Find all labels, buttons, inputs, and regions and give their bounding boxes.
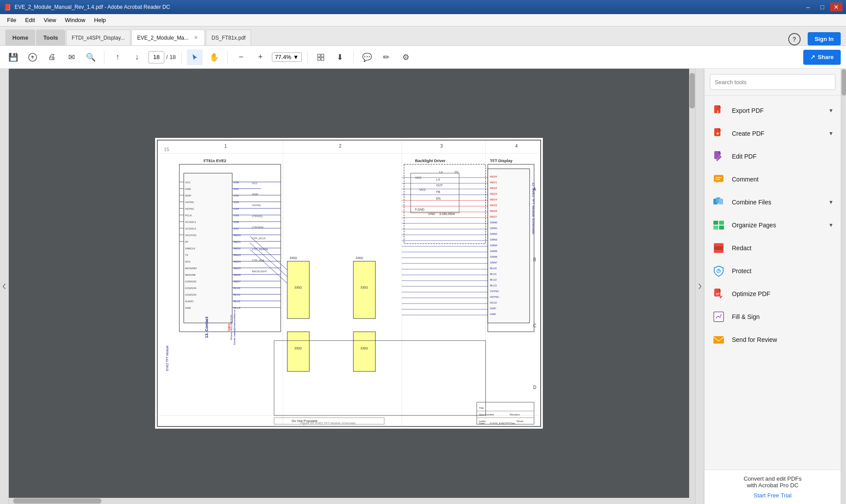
restore-button[interactable]: □ [816, 3, 828, 11]
sign-in-button[interactable]: Sign In [808, 32, 841, 45]
help-button[interactable]: ? [788, 33, 801, 45]
upload-button[interactable] [25, 49, 41, 65]
tool-item-organize-pages[interactable]: Organize Pages ▼ [705, 214, 841, 237]
tool-item-edit-pdf[interactable]: Edit PDF [705, 145, 841, 168]
svg-text:LX: LX [436, 178, 440, 181]
tab-doc3[interactable]: DS_FT81x.pdf [206, 30, 251, 45]
svg-text:RED3: RED3 [234, 254, 241, 256]
tool-item-send-review[interactable]: Send for Review [705, 328, 841, 351]
svg-text:BLU2: BLU2 [234, 300, 241, 303]
tool-item-comment[interactable]: Comment [705, 168, 841, 191]
download-button[interactable]: ⬇ [332, 49, 348, 65]
zoom-selector[interactable]: 77.4% ▼ [272, 52, 302, 62]
convert-text: Convert and edit PDFs with Acrobat Pro D… [712, 475, 834, 489]
cursor-tool-button[interactable] [187, 49, 203, 65]
menu-file[interactable]: File [4, 15, 20, 25]
tab-doc2-close[interactable]: ✕ [192, 34, 199, 41]
page-num-label: 15 [164, 147, 169, 152]
tool-item-redact[interactable]: Redact [705, 237, 841, 259]
find-button[interactable]: 🔍 [83, 49, 99, 65]
svg-text:GRN0: GRN0 [490, 221, 497, 224]
tab-doc1[interactable]: FTDI_x4SPI_Display... [66, 30, 130, 45]
annotate-button[interactable]: 💬 [359, 49, 375, 65]
tab-tools[interactable]: Tools [36, 30, 65, 45]
svg-text:VOUTIV2: VOUTIV2 [185, 234, 197, 237]
menu-bar: File Edit View Window Help [0, 14, 846, 26]
pdf-content[interactable]: 15 1 2 3 4 A B C D [9, 69, 689, 498]
svg-text:CTP/SCL: CTP/SCL [252, 215, 263, 218]
pdf-horizontal-scrollbar[interactable] [9, 498, 695, 504]
menu-view[interactable]: View [40, 15, 59, 25]
tool-item-export-pdf[interactable]: Export PDF ▼ [705, 99, 841, 122]
pdf-hscroll-thumb[interactable] [13, 498, 101, 504]
svg-text:330Ω: 330Ω [294, 347, 302, 350]
tool-item-optimize-pdf[interactable]: Optimize PDF [705, 282, 841, 305]
start-trial-link[interactable]: Start Free Trial [712, 492, 834, 499]
svg-text:CTP_SCLK: CTP_SCLK [252, 237, 266, 240]
svg-text:330Ω: 330Ω [294, 286, 302, 289]
search-tools-input[interactable] [710, 74, 835, 90]
svg-text:D: D [533, 385, 536, 390]
svg-text:12. EVE2 TFT Module Schematic: 12. EVE2 TFT Module Schematic [531, 182, 535, 234]
svg-text:VCC: VCC [415, 176, 422, 179]
svg-text:BLU1: BLU1 [234, 293, 241, 296]
pdf-scroll-thumb[interactable] [690, 73, 695, 108]
page-total: 18 [170, 54, 176, 60]
svg-text:Size    Number: Size Number [479, 413, 494, 416]
tool-item-combine-files[interactable]: Combine Files ▼ [705, 191, 841, 214]
right-panel-scrollbar[interactable] [841, 69, 846, 504]
prev-page-button[interactable]: ↑ [110, 49, 126, 65]
upload-icon [28, 53, 37, 62]
right-panel-toggle[interactable] [695, 69, 704, 504]
right-scrollbar-thumb[interactable] [842, 69, 846, 96]
view-mode-button[interactable] [313, 49, 329, 65]
svg-text:330Ω: 330Ω [289, 256, 297, 259]
menu-help[interactable]: Help [91, 15, 110, 25]
left-collapse-icon [2, 282, 7, 291]
svg-text:C: C [533, 323, 536, 328]
tab-doc2[interactable]: EVE_2_Module_Ma... ✕ [131, 30, 205, 45]
svg-text:Date:: Date: [479, 422, 486, 425]
draw-button[interactable]: ✏ [378, 49, 394, 65]
create-pdf-expand: ▼ [828, 130, 834, 137]
more-tools-button[interactable]: ⚙ [398, 49, 414, 65]
svg-text:1: 1 [224, 144, 227, 148]
page-number-input[interactable]: 18 [148, 51, 164, 63]
next-page-button[interactable]: ↓ [129, 49, 145, 65]
menu-window[interactable]: Window [61, 15, 89, 25]
svg-text:RED2: RED2 [234, 247, 241, 250]
mail-button[interactable]: ✉ [63, 49, 79, 65]
close-button[interactable]: ✕ [830, 3, 842, 11]
share-button[interactable]: ↗ Share [803, 50, 841, 65]
print-button[interactable]: 🖨 [44, 49, 60, 65]
protect-label: Protect [732, 267, 834, 274]
svg-rect-243 [714, 312, 724, 322]
save-button[interactable]: 💾 [5, 49, 21, 65]
zoom-in-button[interactable]: + [252, 49, 268, 65]
tab-home[interactable]: Home [5, 30, 35, 45]
left-panel-toggle[interactable] [0, 69, 9, 504]
tool-item-create-pdf[interactable]: Create PDF ▼ [705, 122, 841, 145]
export-pdf-icon [712, 104, 726, 118]
svg-text:GS0: GS0 [234, 181, 239, 184]
minimize-button[interactable]: – [802, 3, 814, 11]
tool-item-fill-sign[interactable]: Fill & Sign [705, 305, 841, 328]
send-review-label: Send for Review [732, 336, 834, 343]
export-pdf-expand: ▼ [828, 107, 834, 114]
svg-text:FT81x EVE2: FT81x EVE2 [204, 159, 226, 163]
svg-text:73: 73 [185, 254, 188, 256]
pdf-vertical-scrollbar[interactable] [689, 69, 695, 498]
title-bar: 📕 EVE_2_Module_Manual_Rev_1.4.pdf - Adob… [0, 0, 846, 14]
zoom-out-button[interactable]: − [233, 49, 249, 65]
tool-item-protect[interactable]: Protect [705, 259, 841, 282]
svg-text:GS5: GS5 [234, 214, 239, 217]
svg-text:CTP_SDA7M: CTP_SDA7M [252, 248, 268, 251]
svg-text:FB: FB [436, 190, 440, 193]
svg-text:VCODC2: VCODC2 [185, 227, 197, 230]
hand-tool-button[interactable]: ✋ [206, 49, 222, 65]
create-pdf-icon [712, 126, 726, 141]
toolbar-separator-4 [307, 51, 308, 63]
svg-text:MISO/MI: MISO/MI [185, 274, 196, 276]
right-tools-panel: Export PDF ▼ Create PDF ▼ Edit PDF [704, 69, 841, 504]
menu-edit[interactable]: Edit [22, 15, 38, 25]
